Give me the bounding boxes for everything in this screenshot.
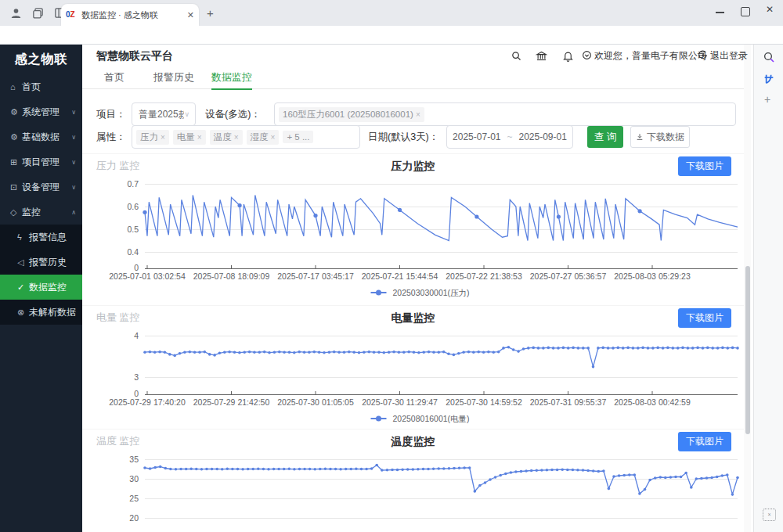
sidebar-item-base-data[interactable]: ⚙ 基础数据 ∨ — [0, 124, 82, 149]
sidebar-item-project-mgmt[interactable]: ⊞ 项目管理 ∨ — [0, 149, 82, 174]
speaker-icon: ◁ — [17, 257, 29, 268]
sidebar-item-alarm-info[interactable]: ϟ 报警信息 — [0, 225, 82, 250]
pressure-chart[interactable]: 0.70.60.50.402025-07-01 03:02:542025-07-… — [82, 178, 744, 303]
attr-tag-temperature[interactable]: 温度× — [210, 130, 243, 145]
sidebar-item-monitor[interactable]: ◇ 监控 ∧ — [0, 200, 82, 225]
scrollbar-thumb[interactable] — [745, 266, 750, 434]
logout-icon — [698, 50, 708, 60]
organization-icon[interactable] — [536, 50, 547, 62]
download-image-button[interactable]: 下载图片 — [678, 432, 731, 451]
workspaces-icon[interactable] — [31, 6, 45, 20]
browser-tab[interactable]: 0Z 数据监控 · 感之物联 ✕ — [61, 4, 199, 26]
tab-title: 数据监控 · 感之物联 — [81, 9, 184, 21]
sidebar-item-home[interactable]: ⌂ 首页 — [0, 74, 82, 99]
svg-text:202508016001(电量): 202508016001(电量) — [393, 414, 470, 423]
svg-text:4: 4 — [134, 331, 139, 340]
sidebar-add-icon[interactable]: + — [764, 93, 770, 106]
app-logo: 感之物联 — [0, 45, 82, 74]
date-range-input[interactable]: 2025-07-01 ~ 2025-09-01 — [446, 125, 573, 149]
home-icon: ⌂ — [10, 82, 22, 92]
profile-icon[interactable] — [9, 6, 23, 20]
svg-text:0.5: 0.5 — [127, 225, 139, 234]
attribute-multiselect[interactable]: 压力× 电量× 温度× 湿度× + 5 ... — [132, 125, 360, 149]
device-icon: ⊡ — [10, 182, 22, 192]
project-label: 项目： — [96, 102, 126, 126]
sidebar-item-data-monitor[interactable]: ✓ 数据监控 — [0, 275, 82, 300]
main-content: 智慧物联云平台 欢迎您，普量电子有限公司 退出登录 首页 报警历史 数据监控 项… — [82, 45, 744, 532]
chevron-down-icon: ∨ — [71, 134, 76, 141]
chevron-up-icon: ∧ — [71, 209, 76, 216]
temperature-chart-section: 温度 监控 温度监控 下载图片 35302520 — [82, 429, 744, 532]
chart-title: 温度监控 — [82, 430, 744, 453]
logout-button[interactable]: 退出登录 — [698, 45, 748, 67]
tab-alarm-history[interactable]: 报警历史 — [153, 67, 194, 88]
app-sidebar: 感之物联 ⌂ 首页 ⚙ 系统管理 ∨ ⚙ 基础数据 ∨ ⊞ 项目管理 ∨ ⊡ 设… — [0, 45, 82, 532]
svg-text:2025-07-17 03:45:17: 2025-07-17 03:45:17 — [277, 271, 354, 281]
svg-text:25: 25 — [129, 494, 139, 503]
svg-text:2025-07-29 21:42:50: 2025-07-29 21:42:50 — [193, 397, 270, 407]
sidebar-item-alarm-history[interactable]: ◁ 报警历史 — [0, 250, 82, 275]
browser-tab-strip: 0Z 数据监控 · 感之物联 ✕ + ✕ — [0, 0, 783, 26]
attr-tag-battery[interactable]: 电量× — [173, 130, 206, 145]
tab-close-icon[interactable]: ✕ — [187, 10, 194, 20]
app-header: 智慧物联云平台 欢迎您，普量电子有限公司 退出登录 — [82, 45, 744, 67]
battery-chart[interactable]: 4302025-07-29 17:40:202025-07-29 21:42:5… — [82, 329, 744, 428]
download-data-button[interactable]: 下载数据 — [630, 126, 690, 148]
new-tab-button[interactable]: + — [207, 6, 214, 20]
sidebar-item-system-mgmt[interactable]: ⚙ 系统管理 ∨ — [0, 99, 82, 124]
bell-icon[interactable] — [562, 50, 574, 62]
remove-tag-icon[interactable]: × — [161, 133, 165, 142]
svg-text:3: 3 — [134, 372, 139, 382]
sidebar-extension-icon[interactable] — [763, 73, 775, 85]
remove-tag-icon[interactable]: × — [416, 110, 420, 119]
project-select[interactable]: 普量2025款4... ∨ — [132, 102, 196, 126]
remove-tag-icon[interactable]: × — [234, 133, 239, 142]
tab-home[interactable]: 首页 — [104, 67, 124, 88]
monitor-icon: ◇ — [10, 207, 22, 217]
monitor-submenu: ϟ 报警信息 ◁ 报警历史 ✓ 数据监控 ⊗ 未解析数据 — [0, 225, 82, 325]
sidebar-item-unparsed-data[interactable]: ⊗ 未解析数据 — [0, 300, 82, 325]
device-tag[interactable]: 160型压力6001 (202508016001)× — [279, 107, 424, 122]
attr-tag-pressure[interactable]: 压力× — [136, 130, 169, 145]
download-image-button[interactable]: 下载图片 — [678, 156, 731, 176]
svg-text:2025-07-31 09:55:37: 2025-07-31 09:55:37 — [530, 397, 607, 407]
window-maximize-icon[interactable] — [741, 7, 750, 16]
gear-icon: ⚙ — [10, 132, 22, 142]
download-icon — [636, 133, 644, 141]
sidebar-search-icon[interactable] — [763, 51, 775, 63]
tab-data-monitor[interactable]: 数据监控 — [211, 67, 252, 90]
floating-widget-icon[interactable]: × — [763, 509, 776, 521]
site-favicon: 0Z — [66, 9, 78, 20]
svg-text:30: 30 — [129, 474, 139, 483]
welcome-menu[interactable]: 欢迎您，普量电子有限公司 — [582, 45, 707, 67]
window-minimize-icon[interactable] — [716, 12, 724, 13]
remove-tag-icon[interactable]: × — [271, 133, 276, 142]
svg-text:2025-07-30 01:05:05: 2025-07-30 01:05:05 — [277, 397, 354, 407]
svg-text:202503030001(压力): 202503030001(压力) — [393, 288, 470, 297]
chevron-down-icon: ∨ — [71, 109, 76, 116]
device-multiselect[interactable]: 160型压力6001 (202508016001)× — [274, 102, 736, 126]
svg-text:20: 20 — [129, 513, 139, 523]
svg-text:35: 35 — [129, 455, 139, 464]
svg-text:2025-07-27 05:36:57: 2025-07-27 05:36:57 — [530, 271, 607, 281]
svg-text:0.7: 0.7 — [127, 179, 139, 189]
attribute-label: 属性： — [96, 125, 126, 149]
browser-window: 0Z 数据监控 · 感之物联 ✕ + ✕ 不安全 www.puliangiot.… — [0, 0, 783, 532]
attr-more-tag[interactable]: + 5 ... — [283, 131, 313, 143]
date-label: 日期(默认3天)： — [368, 125, 438, 149]
attr-tag-humidity[interactable]: 湿度× — [247, 130, 280, 145]
svg-text:2025-07-08 18:09:09: 2025-07-08 18:09:09 — [193, 271, 270, 281]
sidebar-item-device-mgmt[interactable]: ⊡ 设备管理 ∨ — [0, 174, 82, 200]
download-image-button[interactable]: 下载图片 — [678, 308, 731, 328]
svg-text:0.6: 0.6 — [127, 202, 139, 211]
search-icon[interactable] — [511, 50, 522, 62]
page-tabs: 首页 报警历史 数据监控 — [82, 67, 744, 89]
temperature-chart[interactable]: 35302520 — [82, 453, 744, 532]
svg-text:0.4: 0.4 — [127, 247, 139, 257]
query-button[interactable]: 查 询 — [587, 126, 623, 148]
remove-tag-icon[interactable]: × — [197, 133, 202, 142]
window-close-icon[interactable]: ✕ — [761, 4, 778, 15]
chart-title: 电量监控 — [82, 306, 744, 329]
svg-text:2025-08-03 00:42:59: 2025-08-03 00:42:59 — [614, 397, 691, 407]
page-scrollbar[interactable] — [744, 45, 751, 532]
